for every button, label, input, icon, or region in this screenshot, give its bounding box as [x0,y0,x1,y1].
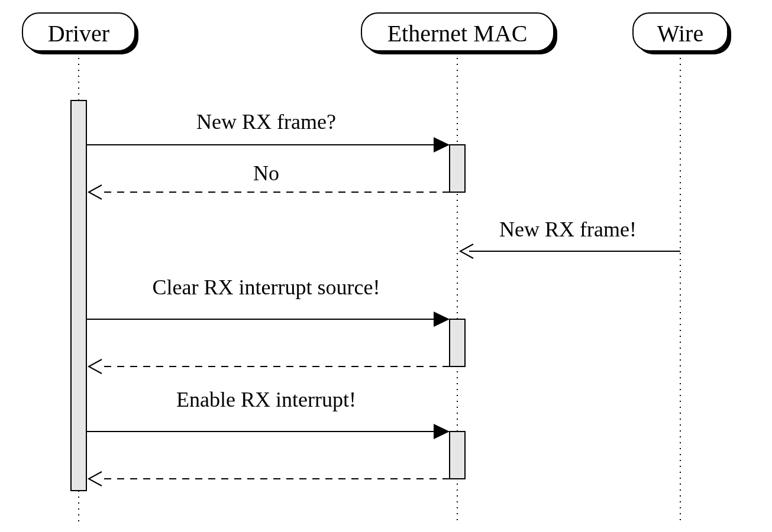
activation-driver [71,100,86,491]
message-clear-rx-interrupt: Clear RX interrupt source! [86,275,450,327]
participant-wire-label: Wire [657,20,703,47]
message-new-rx-frame-query-label: New RX frame? [196,110,336,134]
svg-marker-15 [434,312,450,327]
message-new-rx-frame-query: New RX frame? [86,110,450,153]
message-clear-rx-interrupt-return [89,359,450,374]
activation-mac-1 [450,145,465,192]
message-new-rx-frame-arrived-label: New RX frame! [499,218,637,241]
message-enable-rx-interrupt-label: Enable RX interrupt! [176,388,356,411]
participant-wire: Wire [633,13,731,525]
sequence-diagram: Driver Ethernet MAC Wire New RX frame? N… [0,0,772,532]
message-no-label: No [253,161,279,185]
activation-mac-2 [450,319,465,366]
message-new-rx-frame-arrived: New RX frame! [460,218,680,258]
participant-mac-label: Ethernet MAC [387,20,528,47]
activation-mac-3 [450,432,465,479]
svg-marker-11 [434,137,450,153]
message-no: No [89,161,450,199]
message-enable-rx-interrupt: Enable RX interrupt! [86,388,450,439]
message-clear-rx-interrupt-label: Clear RX interrupt source! [153,275,380,299]
participant-driver-label: Driver [48,20,109,47]
message-enable-rx-interrupt-return [89,472,450,486]
svg-marker-18 [434,424,450,439]
